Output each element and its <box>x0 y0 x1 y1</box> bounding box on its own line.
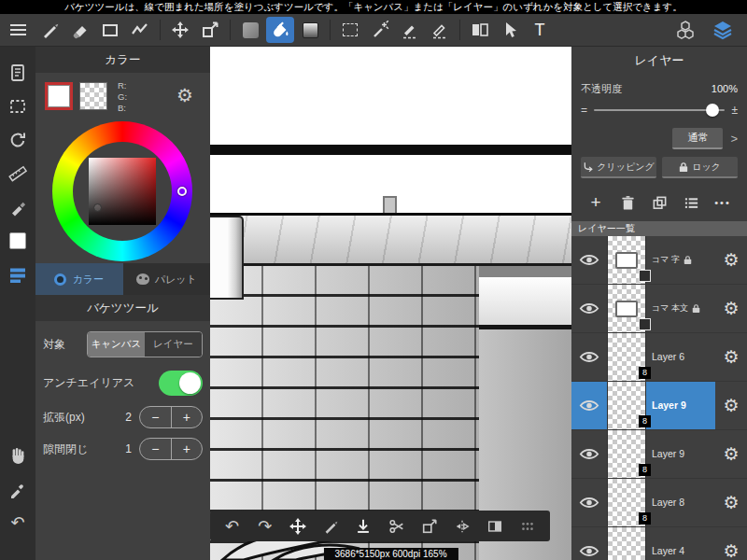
eyedropper-tool-button[interactable] <box>4 475 32 503</box>
transparent-color-swatch[interactable] <box>79 82 107 110</box>
clipping-button[interactable]: クリッピング <box>581 157 656 178</box>
layer-thumbnail[interactable]: 8 <box>607 333 646 381</box>
eraser-tool-button[interactable] <box>66 17 94 43</box>
layer-settings-button[interactable]: ⚙ <box>715 479 747 526</box>
select-tool-button[interactable] <box>336 17 364 43</box>
materials-button[interactable] <box>671 17 699 43</box>
expand-increase-button[interactable]: + <box>172 407 203 427</box>
transform-move-button[interactable] <box>286 514 310 539</box>
target-option-layer[interactable]: レイヤー <box>145 332 202 357</box>
hue-marker[interactable] <box>177 187 187 196</box>
layer-label[interactable]: コマ 本文 <box>646 285 715 332</box>
layer-list-view-button[interactable] <box>680 191 702 214</box>
target-option-canvas[interactable]: キャンバス <box>88 332 145 357</box>
panel-divide-tool-button[interactable] <box>466 17 494 43</box>
opacity-min-icon[interactable]: = <box>581 104 587 117</box>
color-wheel[interactable] <box>52 121 192 261</box>
fill-tool-button[interactable] <box>236 17 264 43</box>
layer-label[interactable]: Layer 9 <box>646 382 715 429</box>
delete-layer-button[interactable] <box>616 191 639 214</box>
move-tool-button[interactable] <box>166 17 194 43</box>
tab-color[interactable]: カラー <box>35 263 123 295</box>
layer-visibility-toggle[interactable] <box>571 236 607 284</box>
layer-label[interactable]: Layer 9 <box>646 430 715 478</box>
brush-tool-button[interactable] <box>36 17 64 43</box>
more-options-button[interactable]: ••• <box>712 191 734 214</box>
current-color-swatch[interactable] <box>4 227 32 255</box>
flip-horizontal-button[interactable] <box>450 514 474 539</box>
layer-row[interactable]: 8 Layer 4 ⚙ <box>571 527 747 560</box>
menu-button[interactable] <box>0 14 35 47</box>
layer-row[interactable]: 8 Layer 9 ⚙ <box>571 430 747 479</box>
layer-visibility-toggle[interactable] <box>571 382 607 429</box>
redo-button[interactable]: ↷ <box>253 514 277 539</box>
undo-sidebar-button[interactable]: ↶ <box>4 509 32 537</box>
opacity-slider[interactable] <box>594 109 725 111</box>
transform-tool-button[interactable] <box>196 17 224 43</box>
opacity-slider-knob[interactable] <box>706 104 719 117</box>
undo-button[interactable]: ↶ <box>220 514 245 539</box>
layer-settings-button[interactable]: ⚙ <box>715 285 747 332</box>
layer-thumbnail[interactable]: 8 <box>607 382 646 429</box>
layer-list-toggle-button[interactable] <box>4 260 32 288</box>
layer-row[interactable]: コマ 字 ⚙ <box>571 236 747 285</box>
pen-quick-button[interactable] <box>318 514 343 539</box>
pages-button[interactable] <box>4 59 32 87</box>
saturation-value-square[interactable] <box>89 158 156 225</box>
layer-settings-button[interactable]: ⚙ <box>715 527 747 560</box>
layer-settings-button[interactable]: ⚙ <box>715 382 747 429</box>
toolbar-drag-handle[interactable] <box>515 514 540 539</box>
gap-decrease-button[interactable]: − <box>140 439 172 459</box>
layer-visibility-toggle[interactable] <box>571 527 607 560</box>
sv-marker[interactable] <box>93 203 102 212</box>
layer-visibility-toggle[interactable] <box>571 430 607 478</box>
select-marquee-button[interactable] <box>4 92 32 120</box>
layer-row[interactable]: 8 Layer 6 ⚙ <box>571 333 747 382</box>
expand-decrease-button[interactable]: − <box>140 407 172 427</box>
layer-settings-button[interactable]: ⚙ <box>715 236 747 284</box>
ruler-button[interactable] <box>4 160 32 188</box>
hand-tool-button[interactable] <box>4 441 32 469</box>
add-layer-button[interactable]: + <box>585 191 607 214</box>
save-button[interactable] <box>351 514 375 539</box>
layer-thumbnail[interactable]: 8 <box>607 527 646 560</box>
layer-row[interactable]: コマ 本文 ⚙ <box>571 285 747 333</box>
bucket-tool-button[interactable] <box>266 17 294 43</box>
deselect-pen-tool-button[interactable] <box>426 17 454 43</box>
panel-toggle-button[interactable] <box>483 514 507 539</box>
layer-visibility-toggle[interactable] <box>571 333 607 381</box>
layer-thumbnail[interactable] <box>607 236 646 284</box>
layer-label[interactable]: コマ 字 <box>646 236 715 284</box>
duplicate-layer-button[interactable] <box>648 191 670 214</box>
antialias-toggle[interactable] <box>159 371 203 396</box>
select-pen-tool-button[interactable] <box>396 17 424 43</box>
layer-label[interactable]: Layer 4 <box>646 527 715 560</box>
gap-increase-button[interactable]: + <box>172 439 203 459</box>
export-transform-button[interactable] <box>417 514 442 539</box>
layer-visibility-toggle[interactable] <box>571 285 607 332</box>
layer-settings-button[interactable]: ⚙ <box>715 333 747 381</box>
rectangle-tool-button[interactable] <box>96 17 124 43</box>
color-settings-button[interactable]: ⚙ <box>176 84 193 106</box>
layer-label[interactable]: Layer 6 <box>646 333 715 381</box>
layer-thumbnail[interactable] <box>607 285 646 332</box>
tab-palette[interactable]: パレット <box>123 263 211 295</box>
cursor-tool-button[interactable] <box>496 17 524 43</box>
blend-mode-button[interactable]: 通常 <box>672 128 723 149</box>
layer-settings-button[interactable]: ⚙ <box>715 430 747 478</box>
layer-visibility-toggle[interactable] <box>571 479 607 526</box>
foreground-color-swatch[interactable] <box>45 82 73 110</box>
opacity-max-icon[interactable]: ± <box>731 104 738 117</box>
chevron-right-icon[interactable]: > <box>730 132 738 146</box>
layer-thumbnail[interactable]: 8 <box>607 479 646 526</box>
canvas-viewport[interactable]: ↶ ↷ <box>210 47 571 560</box>
layer-thumbnail[interactable]: 8 <box>607 430 646 478</box>
layer-row[interactable]: 8 Layer 8 ⚙ <box>571 479 747 527</box>
layer-row[interactable]: 8 Layer 9 ⚙ <box>571 382 747 430</box>
paint-tools-button[interactable] <box>4 193 32 221</box>
text-tool-button[interactable]: T <box>526 17 554 43</box>
rotate-view-button[interactable] <box>4 126 32 154</box>
cut-button[interactable] <box>385 514 409 539</box>
layers-panel-button[interactable] <box>709 17 737 43</box>
lock-button[interactable]: ロック <box>662 157 738 178</box>
